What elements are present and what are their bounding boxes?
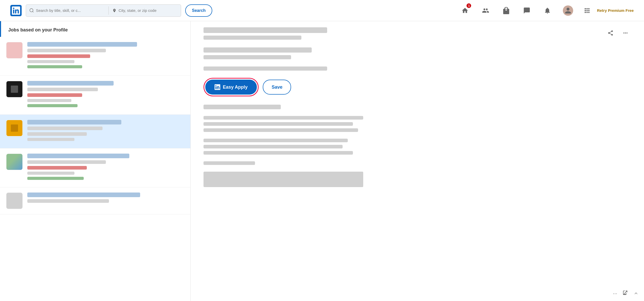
retry-premium-link[interactable]: Retry Premium Free — [597, 8, 634, 13]
job-item[interactable] — [0, 187, 190, 214]
ellipsis-bottom-icon[interactable]: ··· — [613, 290, 617, 296]
easy-apply-label: Easy Apply — [223, 85, 248, 90]
nav-icons: 1 — [456, 1, 634, 20]
easy-apply-button[interactable]: Easy Apply — [205, 80, 257, 95]
location-search-input[interactable] — [118, 8, 177, 13]
company-logo — [6, 193, 23, 209]
company-logo — [6, 42, 23, 58]
people-nav-button[interactable] — [476, 1, 495, 20]
job-list — [0, 37, 190, 214]
messaging-nav-button[interactable] — [518, 1, 536, 20]
job-item[interactable] — [0, 115, 190, 148]
search-location-field[interactable] — [109, 8, 181, 13]
easy-apply-wrapper: Easy Apply — [204, 78, 259, 96]
search-button[interactable]: Search — [185, 4, 212, 17]
company-logo — [6, 81, 23, 97]
company-logo — [6, 120, 23, 136]
bottom-toolbar: ··· — [618, 286, 644, 301]
job-info — [27, 154, 184, 182]
share-button[interactable] — [605, 27, 616, 39]
notifications-nav-button[interactable] — [538, 1, 557, 20]
jobs-nav-button[interactable] — [497, 1, 515, 20]
expand-icon[interactable] — [622, 290, 628, 297]
profile-nav-button[interactable] — [559, 1, 577, 20]
job-search-input[interactable] — [36, 8, 105, 13]
job-item[interactable] — [0, 148, 190, 187]
apps-grid-button[interactable] — [579, 3, 595, 18]
company-logo — [6, 154, 23, 170]
job-description-section — [204, 105, 631, 187]
search-title-field[interactable] — [26, 8, 108, 13]
navbar: Search 1 — [0, 0, 644, 21]
job-info — [27, 42, 184, 70]
main-content: Jobs based on your Profile — [0, 21, 644, 301]
job-info — [27, 193, 184, 205]
search-bar — [26, 4, 181, 17]
right-actions — [605, 27, 631, 39]
apply-section: Easy Apply Save — [204, 78, 631, 96]
linkedin-logo[interactable] — [10, 5, 22, 16]
collapse-icon[interactable] — [633, 290, 639, 297]
home-nav-button[interactable]: 1 — [456, 1, 474, 20]
job-title-section — [204, 27, 605, 42]
job-item[interactable] — [0, 76, 190, 115]
left-panel: Jobs based on your Profile — [0, 21, 191, 301]
job-item[interactable] — [0, 37, 190, 76]
right-panel-header — [204, 21, 631, 42]
company-info-section — [204, 47, 631, 71]
job-info — [27, 120, 184, 143]
save-button[interactable]: Save — [263, 80, 291, 95]
right-panel: Easy Apply Save — [191, 21, 644, 301]
home-badge: 1 — [467, 3, 471, 8]
job-info — [27, 81, 184, 109]
more-options-button[interactable] — [620, 27, 631, 39]
jobs-header: Jobs based on your Profile — [0, 21, 190, 37]
avatar — [563, 5, 573, 16]
